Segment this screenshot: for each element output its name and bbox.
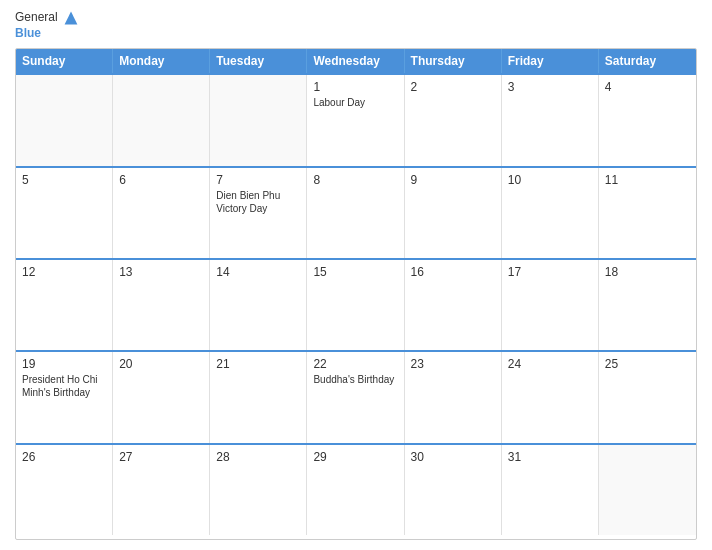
day-cell [210, 75, 307, 165]
day-number: 3 [508, 80, 592, 94]
holiday-name: Dien Bien Phu Victory Day [216, 189, 300, 215]
day-cell [599, 445, 696, 535]
day-cell: 1Labour Day [307, 75, 404, 165]
logo-blue: Blue [15, 26, 79, 40]
week-row-5: 262728293031 [16, 443, 696, 535]
day-number: 31 [508, 450, 592, 464]
day-cell: 23 [405, 352, 502, 442]
day-cell: 10 [502, 168, 599, 258]
day-number: 14 [216, 265, 300, 279]
day-cell: 17 [502, 260, 599, 350]
day-number: 15 [313, 265, 397, 279]
day-number: 12 [22, 265, 106, 279]
day-number: 17 [508, 265, 592, 279]
day-number: 9 [411, 173, 495, 187]
day-number: 22 [313, 357, 397, 371]
day-cell: 22Buddha's Birthday [307, 352, 404, 442]
day-number: 10 [508, 173, 592, 187]
day-number: 25 [605, 357, 690, 371]
day-cell: 11 [599, 168, 696, 258]
week-row-3: 12131415161718 [16, 258, 696, 350]
day-header-sunday: Sunday [16, 49, 113, 73]
calendar-grid: SundayMondayTuesdayWednesdayThursdayFrid… [15, 48, 697, 540]
day-cell [16, 75, 113, 165]
day-cell: 26 [16, 445, 113, 535]
day-cell: 20 [113, 352, 210, 442]
day-header-saturday: Saturday [599, 49, 696, 73]
day-number: 27 [119, 450, 203, 464]
day-cell: 31 [502, 445, 599, 535]
day-header-tuesday: Tuesday [210, 49, 307, 73]
day-headers: SundayMondayTuesdayWednesdayThursdayFrid… [16, 49, 696, 73]
day-cell: 15 [307, 260, 404, 350]
day-cell: 8 [307, 168, 404, 258]
week-row-4: 19President Ho Chi Minh's Birthday202122… [16, 350, 696, 442]
day-number: 30 [411, 450, 495, 464]
day-number: 6 [119, 173, 203, 187]
day-cell: 2 [405, 75, 502, 165]
day-number: 7 [216, 173, 300, 187]
day-header-monday: Monday [113, 49, 210, 73]
day-number: 23 [411, 357, 495, 371]
day-cell: 21 [210, 352, 307, 442]
day-header-wednesday: Wednesday [307, 49, 404, 73]
day-number: 28 [216, 450, 300, 464]
day-number: 8 [313, 173, 397, 187]
day-cell: 27 [113, 445, 210, 535]
day-cell [113, 75, 210, 165]
day-number: 20 [119, 357, 203, 371]
day-cell: 14 [210, 260, 307, 350]
day-cell: 18 [599, 260, 696, 350]
week-row-1: 1Labour Day234 [16, 73, 696, 165]
holiday-name: President Ho Chi Minh's Birthday [22, 373, 106, 399]
day-header-friday: Friday [502, 49, 599, 73]
calendar-page: General Blue SundayMondayTuesdayWednesda… [0, 0, 712, 550]
day-cell: 28 [210, 445, 307, 535]
week-row-2: 567Dien Bien Phu Victory Day891011 [16, 166, 696, 258]
day-number: 16 [411, 265, 495, 279]
day-number: 26 [22, 450, 106, 464]
day-cell: 24 [502, 352, 599, 442]
day-cell: 3 [502, 75, 599, 165]
day-cell: 29 [307, 445, 404, 535]
logo: General Blue [15, 10, 79, 40]
day-cell: 6 [113, 168, 210, 258]
holiday-name: Labour Day [313, 96, 397, 109]
day-cell: 30 [405, 445, 502, 535]
day-cell: 25 [599, 352, 696, 442]
day-number: 2 [411, 80, 495, 94]
header: General Blue [15, 10, 697, 40]
day-number: 4 [605, 80, 690, 94]
weeks-container: 1Labour Day234567Dien Bien Phu Victory D… [16, 73, 696, 535]
day-cell: 9 [405, 168, 502, 258]
day-cell: 19President Ho Chi Minh's Birthday [16, 352, 113, 442]
day-number: 18 [605, 265, 690, 279]
day-number: 1 [313, 80, 397, 94]
day-number: 21 [216, 357, 300, 371]
day-header-thursday: Thursday [405, 49, 502, 73]
day-cell: 16 [405, 260, 502, 350]
day-number: 29 [313, 450, 397, 464]
svg-marker-0 [65, 12, 78, 25]
day-number: 5 [22, 173, 106, 187]
day-number: 11 [605, 173, 690, 187]
day-cell: 4 [599, 75, 696, 165]
holiday-name: Buddha's Birthday [313, 373, 397, 386]
day-number: 24 [508, 357, 592, 371]
day-cell: 5 [16, 168, 113, 258]
day-cell: 7Dien Bien Phu Victory Day [210, 168, 307, 258]
day-number: 13 [119, 265, 203, 279]
day-cell: 12 [16, 260, 113, 350]
day-cell: 13 [113, 260, 210, 350]
day-number: 19 [22, 357, 106, 371]
